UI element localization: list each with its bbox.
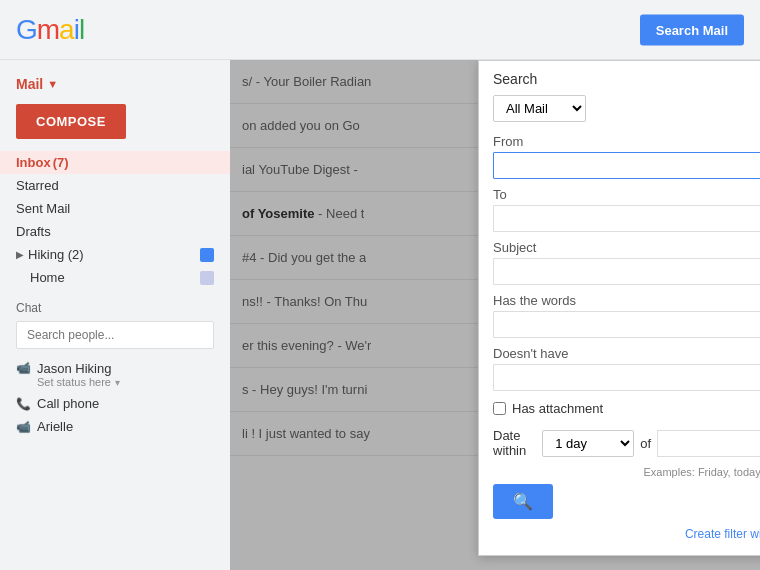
chat-label: Chat (16, 301, 214, 315)
chat-item-call-phone[interactable]: 📞 Call phone (16, 392, 214, 415)
search-scope-row: All Mail Inbox Starred Sent Mail Drafts (479, 93, 760, 130)
search-people-input[interactable] (16, 321, 214, 349)
sidebar-item-drafts[interactable]: Drafts (0, 220, 230, 243)
has-attachment-label: Has attachment (512, 401, 603, 416)
sidebar-item-home[interactable]: Home (0, 266, 230, 289)
has-words-input[interactable] (493, 311, 760, 338)
date-within-select[interactable]: 1 day 3 days 1 week 2 weeks 1 month 2 mo… (542, 430, 634, 457)
chevron-right-icon: ▶ (16, 249, 24, 260)
video-camera-icon-2: 📹 (16, 420, 31, 434)
subject-field-row: Subject (479, 236, 760, 289)
chat-item-jason[interactable]: 📹 Jason Hiking Set status here ▾ (16, 357, 214, 392)
of-label: of (640, 436, 651, 451)
from-field-row: From (479, 130, 760, 183)
chat-section: Chat 📹 Jason Hiking Set status here ▾ 📞 (0, 289, 230, 446)
subject-input[interactable] (493, 258, 760, 285)
doesnt-have-input[interactable] (493, 364, 760, 391)
date-of-input[interactable] (657, 430, 760, 457)
create-filter-link[interactable]: Create filter with this search » (479, 523, 760, 545)
search-icon: 🔍 (513, 493, 533, 510)
subject-label: Subject (493, 240, 760, 255)
sidebar: Mail ▼ COMPOSE Inbox (7) Starred Sent Ma… (0, 60, 230, 570)
search-panel-title: Search (493, 71, 537, 87)
header: Gmail Search Mail (0, 0, 760, 60)
home-badge (200, 271, 214, 285)
mail-section-label: Mail ▼ (0, 68, 230, 96)
date-row: Date within 1 day 3 days 1 week 2 weeks … (479, 422, 760, 464)
sidebar-item-inbox[interactable]: Inbox (7) (0, 151, 230, 174)
main-layout: Mail ▼ COMPOSE Inbox (7) Starred Sent Ma… (0, 60, 760, 570)
from-label: From (493, 134, 760, 149)
search-panel-header: Search × (479, 61, 760, 93)
video-camera-icon: 📹 (16, 361, 31, 375)
email-area: s/ - Your Boiler Radian on added you on … (230, 60, 760, 570)
has-attachment-row: Has attachment (479, 395, 760, 422)
from-input[interactable] (493, 152, 760, 179)
doesnt-have-field-row: Doesn't have (479, 342, 760, 395)
status-arrow-icon: ▾ (115, 377, 120, 388)
mail-arrow-icon: ▼ (47, 78, 58, 90)
hiking-badge (200, 248, 214, 262)
to-input[interactable] (493, 205, 760, 232)
search-panel: Search × All Mail Inbox Starred Sent Mai… (478, 60, 760, 556)
has-words-field-row: Has the words (479, 289, 760, 342)
to-field-row: To (479, 183, 760, 236)
search-mail-button[interactable]: Search Mail (640, 14, 744, 45)
date-within-label: Date within (493, 428, 536, 458)
chat-item-arielle[interactable]: 📹 Arielle (16, 415, 214, 438)
sidebar-item-sent[interactable]: Sent Mail (0, 197, 230, 220)
has-attachment-checkbox[interactable] (493, 402, 506, 415)
compose-button[interactable]: COMPOSE (16, 104, 126, 139)
phone-icon: 📞 (16, 397, 31, 411)
examples-text: Examples: Friday, today, Mar 26, 3/26/04 (479, 464, 760, 480)
gmail-logo: Gmail (16, 14, 84, 46)
search-button-row: 🔍 (479, 480, 760, 523)
search-scope-select[interactable]: All Mail Inbox Starred Sent Mail Drafts (493, 95, 586, 122)
has-words-label: Has the words (493, 293, 760, 308)
to-label: To (493, 187, 760, 202)
doesnt-have-label: Doesn't have (493, 346, 760, 361)
sidebar-item-starred[interactable]: Starred (0, 174, 230, 197)
sidebar-item-hiking[interactable]: ▶ Hiking (2) (0, 243, 230, 266)
search-submit-button[interactable]: 🔍 (493, 484, 553, 519)
